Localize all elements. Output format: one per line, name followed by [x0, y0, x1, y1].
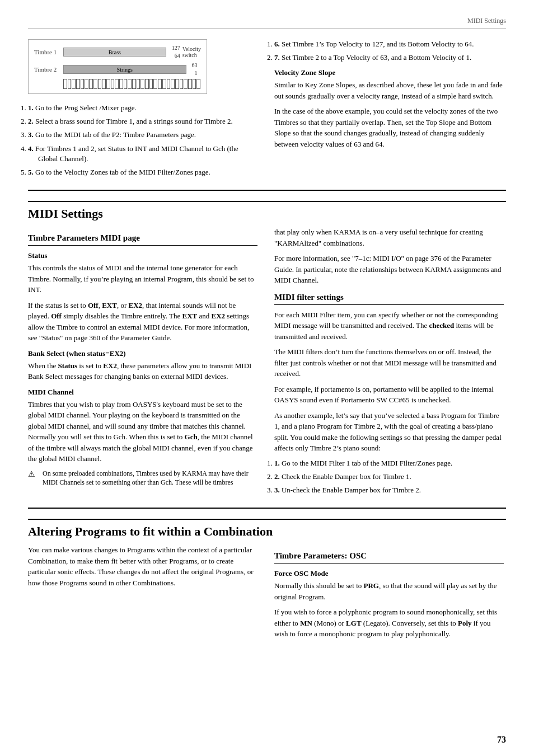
midi-settings-right: that play only when KARMA is on–a very u…: [274, 227, 504, 501]
intro-steps-list: 1. Go to the Prog Select /Mixer page. 2.…: [28, 103, 257, 177]
header-title: MIDI Settings: [467, 17, 506, 25]
piano-key: [175, 79, 179, 89]
piano-key: [193, 79, 196, 89]
piano-key: [72, 79, 76, 89]
velocity-zone-slope-para2: In the case of the above example, you co…: [274, 106, 504, 149]
timbre-osc-title: Timbre Parameters: OSC: [274, 551, 504, 564]
piano-key: [98, 79, 102, 89]
piano-key: [145, 79, 149, 89]
piano-key: [140, 79, 144, 89]
force-osc-para2: If you wish to force a polyphonic progra…: [274, 607, 504, 640]
piano-key: [81, 79, 85, 89]
step-2: 2. Select a brass sound for Timbre 1, an…: [28, 116, 257, 126]
piano-key: [68, 79, 72, 89]
piano-key: [188, 79, 192, 89]
diagram-row-timbre1: Timbre 1 Brass 127 64 Velocityswitch: [34, 44, 201, 60]
altering-section: Altering Programs to fit within a Combin…: [28, 508, 506, 644]
midi-channel-para: Timbres that you wish to play from OASYS…: [28, 399, 257, 464]
intro-right: 6. Set Timbre 1’s Top Velocity to 127, a…: [274, 39, 504, 183]
status-title: Status: [28, 251, 257, 260]
piano-key: [167, 79, 171, 89]
filter-step-2: 2. Check the Enable Damper box for Timbr…: [274, 472, 504, 482]
piano-key: [132, 79, 136, 89]
piano-key: [162, 79, 166, 89]
midi-filter-para4: As another example, let’s say that you’v…: [274, 410, 504, 454]
piano-key: [119, 79, 123, 89]
piano-key: [102, 79, 106, 89]
diagram: Timbre 1 Brass 127 64 Velocityswitch Tim…: [28, 39, 207, 94]
bank-select-title: Bank Select (when status=EX2): [28, 349, 257, 358]
velocity-labels-right: 127 64: [172, 44, 180, 60]
midi-settings-title: MIDI Settings: [28, 201, 506, 221]
piano-key: [76, 79, 80, 89]
right-col-text2: For more information, see "7–1c: MIDI I/…: [274, 253, 504, 286]
piano-keys: [63, 79, 201, 89]
right-col-text: that play only when KARMA is on–a very u…: [274, 227, 504, 248]
page: MIDI Settings Timbre 1 Brass 127 64: [0, 0, 534, 756]
altering-para: You can make various changes to Programs…: [28, 544, 257, 588]
midi-settings-section: MIDI Settings Timbre Parameters MIDI pag…: [28, 190, 506, 501]
timbre1-bar-container: Brass: [63, 48, 166, 57]
midi-settings-left: Timbre Parameters MIDI page Status This …: [28, 227, 257, 501]
piano-key: [89, 79, 93, 89]
piano-key: [137, 79, 140, 89]
piano-key: [85, 79, 88, 89]
intro-left: Timbre 1 Brass 127 64 Velocityswitch Tim…: [28, 39, 257, 183]
filter-step-3: 3. Un-check the Enable Damper box for Ti…: [274, 485, 504, 495]
status-para1: This controls the status of MIDI and the…: [28, 262, 257, 295]
warning-box: ⚠ On some preloaded combinations, Timbre…: [28, 469, 257, 488]
filter-step-1: 1. Go to the MIDI Filter 1 tab of the MI…: [274, 458, 504, 468]
step-7: 7. Set Timbre 2 to a Top Velocity of 63,…: [274, 53, 504, 63]
altering-left: You can make various changes to Programs…: [28, 544, 257, 644]
step-3: 3. Go to the MIDI tab of the P2: Timbre …: [28, 130, 257, 140]
altering-title: Altering Programs to fit within a Combin…: [28, 519, 506, 539]
piano-key: [171, 79, 175, 89]
step-5: 5. Go to the Velocity Zones tab of the M…: [28, 167, 257, 177]
timbre1-bar: Brass: [63, 48, 166, 57]
timbre2-bar: Strings: [63, 65, 186, 74]
status-para2: If the status is set to Off, EXT, or EX2…: [28, 300, 257, 344]
piano-key: [115, 79, 119, 89]
midi-filter-title: MIDI filter settings: [274, 293, 504, 305]
warning-text: On some preloaded combinations, Timbres …: [43, 469, 257, 488]
bank-select-para: When the Status is set to EX2, these par…: [28, 360, 257, 382]
timbre2-label: Timbre 2: [34, 66, 63, 73]
piano-key: [111, 79, 115, 89]
altering-right: Timbre Parameters: OSC Force OSC Mode No…: [274, 544, 504, 644]
velocity-zone-slope-para1: Similar to Key Zone Slopes, as described…: [274, 79, 504, 101]
piano-key: [180, 79, 184, 89]
step-1: 1. Go to the Prog Select /Mixer page.: [28, 103, 257, 113]
piano-key: [184, 79, 188, 89]
right-steps-list: 6. Set Timbre 1’s Top Velocity to 127, a…: [274, 39, 504, 63]
piano-key: [106, 79, 110, 89]
midi-filter-steps: 1. Go to the MIDI Filter 1 tab of the MI…: [274, 458, 504, 496]
spacer: [200, 67, 202, 73]
velocity-labels-right2: 63 1: [192, 62, 198, 77]
intro-section: Timbre 1 Brass 127 64 Velocityswitch Tim…: [28, 39, 506, 183]
piano-key: [153, 79, 157, 89]
force-osc-para1: Normally this should be set to PRG, so t…: [274, 580, 504, 602]
piano-key: [158, 79, 162, 89]
midi-settings-cols: Timbre Parameters MIDI page Status This …: [28, 227, 506, 501]
velocity-zone-slope-title: Velocity Zone Slope: [274, 68, 504, 77]
warning-icon: ⚠: [28, 469, 38, 488]
diagram-row-timbre2: Timbre 2 Strings 63 1: [34, 62, 201, 77]
piano-key: [93, 79, 97, 89]
velocity-switch-label: Velocityswitch: [182, 46, 201, 58]
piano-key: [124, 79, 128, 89]
altering-cols: You can make various changes to Programs…: [28, 544, 506, 644]
midi-filter-para1: For each MIDI Filter item, you can speci…: [274, 309, 504, 342]
piano-key: [128, 79, 132, 89]
piano-key: [63, 79, 67, 89]
step-4: 4. For Timbres 1 and 2, set Status to IN…: [28, 144, 257, 164]
midi-filter-para3: For example, if portamento is on, portam…: [274, 384, 504, 406]
force-osc-title: Force OSC Mode: [274, 569, 504, 578]
piano-key: [149, 79, 153, 89]
page-header: MIDI Settings: [28, 17, 506, 29]
timbre-params-midi-title: Timbre Parameters MIDI page: [28, 233, 257, 246]
midi-channel-title: MIDI Channel: [28, 388, 257, 397]
midi-filter-para2: The MIDI filters don’t turn the function…: [274, 346, 504, 379]
timbre1-label: Timbre 1: [34, 49, 63, 55]
page-number: 73: [497, 735, 506, 745]
step-6: 6. Set Timbre 1’s Top Velocity to 127, a…: [274, 39, 504, 49]
